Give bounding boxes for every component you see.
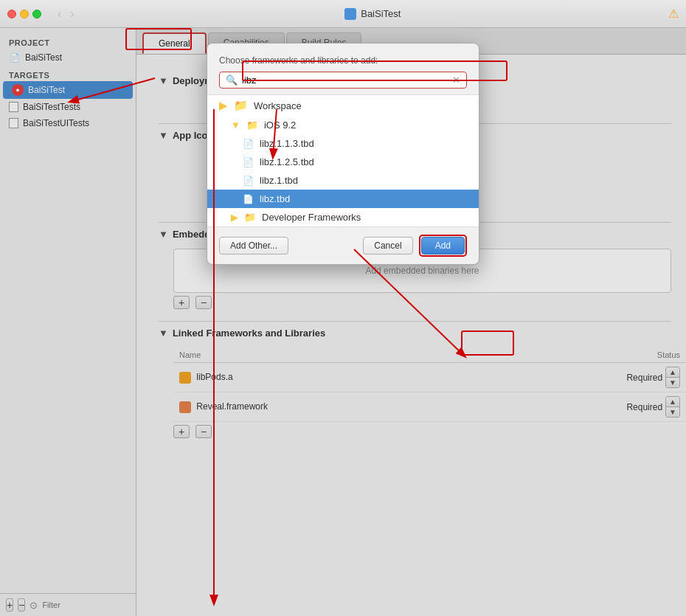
ios92-label: iOS 9.2 — [264, 120, 296, 131]
workspace-label: Workspace — [254, 100, 302, 111]
libz-icon: 📄 — [243, 194, 254, 204]
title-bar: ‹ › BaiSiTest ⚠ — [0, 0, 686, 28]
add-button[interactable]: Add — [421, 237, 465, 255]
fullscreen-button[interactable] — [32, 10, 41, 18]
modal-dialog: Choose frameworks and libraries to add: … — [207, 43, 479, 265]
modal-search-input[interactable] — [242, 75, 448, 86]
add-button-wrapper: Add — [419, 235, 467, 257]
devframeworks-folder: 📁 — [244, 212, 256, 223]
close-button[interactable] — [7, 10, 16, 18]
window-title-area: BaiSiTest — [83, 8, 662, 20]
modal-search-clear[interactable]: ✕ — [452, 75, 460, 86]
devframeworks-label: Developer Frameworks — [262, 212, 361, 223]
ios92-folder: 📁 — [246, 120, 258, 131]
warning-icon: ⚠ — [668, 7, 679, 21]
modal-item-libz125[interactable]: 📄 libz.1.2.5.tbd — [207, 153, 479, 171]
modal-item-libz[interactable]: 📄 libz.tbd — [207, 190, 479, 208]
libz-label: libz.tbd — [260, 193, 290, 204]
modal-search-box: 🔍 ✕ — [219, 72, 467, 89]
devframeworks-toggle: ▶ — [231, 212, 238, 223]
xcode-icon — [344, 8, 356, 20]
cancel-button[interactable]: Cancel — [363, 237, 412, 255]
modal-header: Choose frameworks and libraries to add: … — [207, 44, 479, 94]
title-bar-right: ⚠ — [668, 7, 679, 21]
modal-item-workspace[interactable]: ▶ 📁 Workspace — [207, 95, 479, 116]
ios92-toggle: ▼ — [231, 120, 240, 131]
modal-file-list: ▶ 📁 Workspace ▼ 📁 iOS 9.2 📄 libz.1.1.3.t… — [207, 94, 479, 227]
back-button[interactable]: ‹ — [55, 7, 64, 21]
libz113-label: libz.1.1.3.tbd — [260, 138, 314, 149]
modal-item-ios92[interactable]: ▼ 📁 iOS 9.2 — [207, 116, 479, 134]
add-other-button[interactable]: Add Other... — [219, 237, 288, 255]
modal-title: Choose frameworks and libraries to add: — [219, 55, 467, 66]
modal-backdrop: Choose frameworks and libraries to add: … — [0, 28, 686, 616]
forward-button[interactable]: › — [67, 7, 77, 21]
libz125-label: libz.1.2.5.tbd — [260, 156, 314, 167]
libz125-icon: 📄 — [243, 157, 254, 167]
workspace-folder: 📁 — [234, 99, 248, 112]
modal-item-devframeworks[interactable]: ▶ 📁 Developer Frameworks — [207, 208, 479, 226]
modal-item-libz1[interactable]: 📄 libz.1.tbd — [207, 171, 479, 190]
minimize-button[interactable] — [20, 10, 29, 18]
modal-item-libz113[interactable]: 📄 libz.1.1.3.tbd — [207, 134, 479, 153]
libz1-icon: 📄 — [243, 176, 254, 186]
window-title: BaiSiTest — [361, 8, 401, 19]
modal-search-icon: 🔍 — [226, 75, 238, 86]
libz1-label: libz.1.tbd — [260, 175, 298, 186]
modal-footer: Add Other... Cancel Add — [207, 227, 479, 264]
libz113-icon: 📄 — [243, 139, 254, 149]
traffic-lights — [7, 10, 41, 18]
workspace-folder-icon: ▶ — [219, 99, 228, 112]
nav-controls: ‹ › — [55, 7, 77, 21]
